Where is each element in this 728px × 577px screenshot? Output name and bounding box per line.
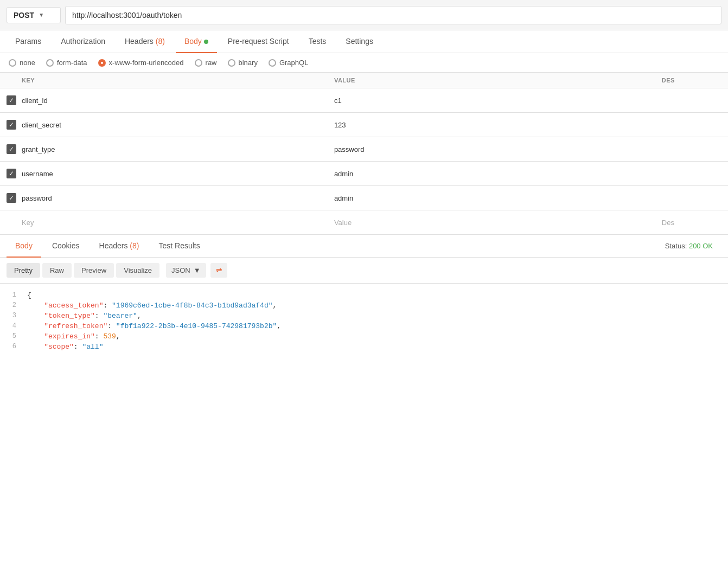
view-preview-btn[interactable]: Preview <box>74 263 114 278</box>
radio-binary-icon <box>228 59 235 67</box>
tab-params[interactable]: Params <box>7 30 50 53</box>
json-line: 3 "token_type": "bearer", <box>0 311 728 321</box>
method-select[interactable]: POST ▼ <box>7 7 61 23</box>
json-line: 2 "access_token": "1969c6ed-1cbe-4f8b-84… <box>0 300 728 311</box>
json-line: 4 "refresh_token": "fbf1a922-2b3b-4e10-9… <box>0 321 728 331</box>
table-row: client_id c1 <box>0 88 728 113</box>
line-number: 4 <box>0 322 27 330</box>
key-cell: password <box>0 186 328 210</box>
url-bar: POST ▼ <box>0 0 728 30</box>
json-line-content: { <box>27 291 31 299</box>
body-type-graphql[interactable]: GraphQL <box>269 59 308 67</box>
line-number: 6 <box>0 343 27 350</box>
table-row: grant_type password <box>0 137 728 162</box>
row-checkbox[interactable] <box>7 120 16 130</box>
radio-raw-icon <box>195 59 202 67</box>
view-raw-btn[interactable]: Raw <box>42 263 72 278</box>
json-response: 1 { 2 "access_token": "1969c6ed-1cbe-4f8… <box>0 284 728 358</box>
tab-settings[interactable]: Settings <box>337 30 382 53</box>
json-line: 1 { <box>0 290 728 300</box>
request-tab-bar: Params Authorization Headers (8) Body Pr… <box>0 30 728 53</box>
body-type-bar: none form-data x-www-form-urlencoded raw… <box>0 53 728 73</box>
response-tab-bar: Body Cookies Headers (8) Test Results St… <box>0 235 728 258</box>
response-tab-body[interactable]: Body <box>7 235 41 258</box>
body-type-form-data[interactable]: form-data <box>46 59 87 67</box>
json-line: 6 "scope": "all" <box>0 342 728 352</box>
radio-graphql-icon <box>269 59 276 67</box>
desc-column-header: DES <box>655 73 728 88</box>
json-line-content: "expires_in": 539, <box>27 332 120 341</box>
response-tab-cookies[interactable]: Cookies <box>43 235 88 258</box>
json-line-content: "access_token": "1969c6ed-1cbe-4f8b-84c3… <box>27 302 277 310</box>
desc-cell <box>655 162 728 186</box>
key-cell: username <box>0 162 328 186</box>
response-controls: Pretty Raw Preview Visualize JSON ▼ ⇌ <box>0 258 728 284</box>
line-number: 5 <box>0 332 27 340</box>
key-column-header: KEY <box>0 73 328 88</box>
value-cell: 123 <box>328 113 655 137</box>
line-number: 3 <box>0 312 27 319</box>
radio-urlencoded-icon <box>98 59 106 67</box>
line-number: 1 <box>0 291 27 299</box>
response-tabs: Body Cookies Headers (8) Test Results <box>7 235 209 257</box>
response-tab-testresults[interactable]: Test Results <box>150 235 208 258</box>
method-chevron-icon: ▼ <box>39 12 44 18</box>
value-cell: admin <box>328 162 655 186</box>
row-checkbox[interactable] <box>7 95 16 105</box>
json-line: 5 "expires_in": 539, <box>0 331 728 342</box>
view-visualize-btn[interactable]: Visualize <box>116 263 159 278</box>
body-type-binary[interactable]: binary <box>228 59 258 67</box>
row-checkbox[interactable] <box>7 144 16 154</box>
body-type-urlencoded[interactable]: x-www-form-urlencoded <box>98 59 184 67</box>
desc-cell <box>655 186 728 210</box>
empty-key-cell: Key <box>0 210 328 235</box>
value-cell: c1 <box>328 88 655 113</box>
format-chevron-icon: ▼ <box>194 266 201 274</box>
desc-cell <box>655 137 728 162</box>
radio-none-icon <box>9 59 16 67</box>
wrap-btn[interactable]: ⇌ <box>210 263 227 278</box>
desc-cell <box>655 113 728 137</box>
table-row: username admin <box>0 162 728 186</box>
tab-headers[interactable]: Headers (8) <box>116 30 174 53</box>
json-line-content: "refresh_token": "fbf1a922-2b3b-4e10-948… <box>27 322 281 330</box>
tab-prerequest[interactable]: Pre-request Script <box>219 30 298 53</box>
table-row-empty: Key Value Des <box>0 210 728 235</box>
key-cell: grant_type <box>0 137 328 162</box>
value-column-header: VALUE <box>328 73 655 88</box>
body-type-raw[interactable]: raw <box>195 59 217 67</box>
response-tab-headers[interactable]: Headers (8) <box>91 235 148 258</box>
body-dot-indicator <box>204 40 208 44</box>
json-line-content: "token_type": "bearer", <box>27 312 142 320</box>
tab-tests[interactable]: Tests <box>300 30 335 53</box>
view-pretty-btn[interactable]: Pretty <box>7 263 40 278</box>
json-line-content: "scope": "all" <box>27 343 103 351</box>
desc-cell <box>655 88 728 113</box>
table-row: client_secret 123 <box>0 113 728 137</box>
table-row: password admin <box>0 186 728 210</box>
status-value: 200 OK <box>689 242 713 250</box>
response-status: Status: 200 OK <box>656 235 721 257</box>
empty-desc-cell: Des <box>655 210 728 235</box>
value-cell: password <box>328 137 655 162</box>
url-input[interactable] <box>65 6 721 24</box>
radio-formdata-icon <box>46 59 54 67</box>
body-type-none[interactable]: none <box>9 59 35 67</box>
empty-value-cell: Value <box>328 210 655 235</box>
method-label: POST <box>14 11 34 20</box>
row-checkbox[interactable] <box>7 193 16 203</box>
row-checkbox[interactable] <box>7 169 16 178</box>
key-cell: client_id <box>0 88 328 113</box>
key-cell: client_secret <box>0 113 328 137</box>
format-select[interactable]: JSON ▼ <box>166 263 206 278</box>
line-number: 2 <box>0 302 27 309</box>
value-cell: admin <box>328 186 655 210</box>
tab-body[interactable]: Body <box>176 30 217 53</box>
tab-authorization[interactable]: Authorization <box>52 30 114 53</box>
params-table: KEY VALUE DES client_id c1 <box>0 73 728 235</box>
